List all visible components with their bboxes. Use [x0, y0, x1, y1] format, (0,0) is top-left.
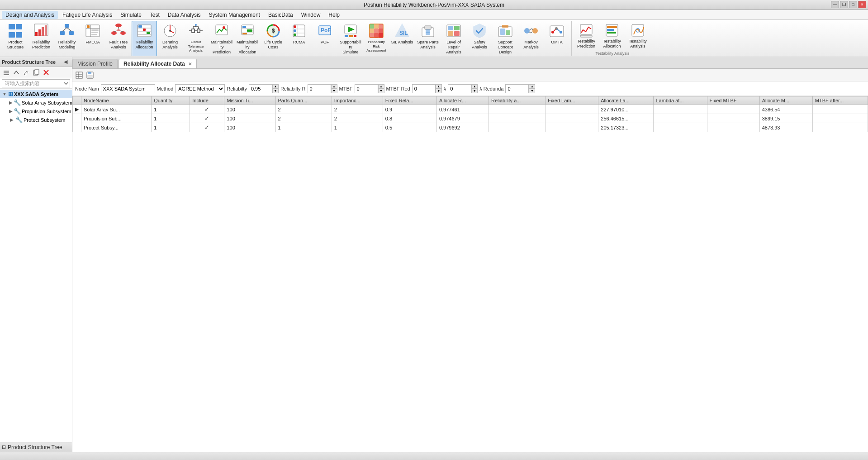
reliability-r-input[interactable] [308, 84, 331, 93]
sidebar-edit-button[interactable] [22, 68, 31, 77]
maintainability-prediction-button[interactable]: MaintainabilityPrediction [209, 21, 234, 56]
mtbf-spin-down[interactable]: ▼ [378, 89, 384, 93]
cell-include-protect[interactable]: ✓ [190, 123, 224, 132]
reliability-r-spin-up[interactable]: ▲ [331, 84, 337, 89]
menu-fatigue-life[interactable]: Fatigue Life Analysis [59, 11, 116, 19]
safety-analysis-button[interactable]: SafetyAnalysis [467, 21, 492, 56]
col-fixed-mtbf[interactable]: Fixed MTBF [707, 96, 759, 105]
restore-button[interactable]: ❐ [840, 1, 848, 8]
sil-analysis-button[interactable]: SIL SIL Analysis [389, 21, 415, 56]
col-mtbf-after[interactable]: MTBF after... [812, 96, 868, 105]
reliability-prediction-button[interactable]: ReliabilityPrediction [28, 21, 54, 56]
tab-reliability-allocate-close-button[interactable]: ✕ [188, 62, 192, 67]
pof-button[interactable]: PoF POF [312, 21, 337, 56]
table-view-button[interactable] [74, 70, 84, 80]
testability-prediction-button[interactable]: TestabilityPrediction [574, 21, 599, 56]
sidebar-delete-button[interactable] [42, 68, 51, 77]
reliability-spin-down[interactable]: ▼ [272, 89, 279, 93]
support-concept-button[interactable]: SupportConcept Design [493, 21, 518, 56]
tab-reliability-allocate-data[interactable]: Reliability Allocate Data ✕ [119, 59, 197, 68]
close-button[interactable]: ✕ [858, 1, 866, 8]
sidebar-expand-all-button[interactable] [2, 68, 11, 77]
tree-expand-propulsion[interactable]: ▶ [9, 109, 13, 114]
col-allocate-m[interactable]: Allocate M... [759, 96, 812, 105]
tree-expand-solar[interactable]: ▶ [9, 100, 13, 105]
markov-button[interactable]: MarkovAnalysis [518, 21, 544, 56]
lambda-redunda-input[interactable] [505, 84, 529, 93]
sidebar-pin-button[interactable]: ◀ [61, 58, 70, 67]
fmeca-button[interactable]: FMECA [80, 21, 105, 56]
table-row[interactable]: Protect Subsy... 1 ✓ 100 1 1 0.5 0.97969… [73, 123, 868, 132]
sidebar-copy-button[interactable] [32, 68, 41, 77]
col-allocate-la[interactable]: Allocate La... [598, 96, 654, 105]
mtbf-red-spin-down[interactable]: ▼ [436, 89, 442, 93]
tree-node-protect[interactable]: ▶ 🔧 Protect Subsystem [0, 115, 72, 124]
row-expand-propulsion[interactable] [73, 114, 81, 123]
mtbf-red-input[interactable] [412, 84, 436, 93]
derating-button[interactable]: DeratingAnalysis [157, 21, 183, 56]
lambda-spin-down[interactable]: ▼ [471, 89, 478, 93]
reliability-spin-up[interactable]: ▲ [272, 84, 279, 89]
cell-include-propulsion[interactable]: ✓ [190, 114, 224, 123]
circuit-tolerance-button[interactable]: Circuit ToleranceAnalysis [183, 21, 209, 56]
testability-analysis-button[interactable]: TestabilityAnalysis [625, 21, 650, 56]
tree-expand-xxx-sada[interactable]: ▼ [2, 91, 7, 96]
life-cycle-costs-button[interactable]: $ Life CycleCosts [261, 21, 286, 56]
fault-tree-button[interactable]: Fault TreeAnalysis [106, 21, 131, 56]
tree-node-xxx-sada[interactable]: ▼ ⊞ XXX SADA System [0, 90, 72, 98]
reliability-modeling-button[interactable]: ReliabilityModeling [54, 21, 80, 56]
menu-basicdata[interactable]: BasicData [265, 11, 297, 19]
tree-node-solar-array[interactable]: ▶ 🔧 Solar Array Subsystem [0, 98, 72, 107]
method-select[interactable]: AGREE Method [175, 84, 225, 93]
row-expand-solar[interactable]: ▶ [73, 105, 81, 114]
sidebar-search-select[interactable]: 请输入搜索内容 [2, 79, 70, 87]
menu-system-management[interactable]: System Management [205, 11, 264, 19]
col-fixed-lam[interactable]: Fixed Lam... [545, 96, 598, 105]
rcma-button[interactable]: RCMA [286, 21, 312, 56]
lambda-redunda-spin-down[interactable]: ▼ [529, 89, 535, 93]
menu-test[interactable]: Test [146, 11, 163, 19]
node-name-input[interactable] [101, 84, 155, 93]
col-node-name[interactable]: NodeName [81, 96, 152, 105]
col-lambda-af[interactable]: Lambda af... [654, 96, 707, 105]
testability-allocation-button[interactable]: TestabilityAllocation [599, 21, 625, 56]
col-importance[interactable]: Importanc... [332, 96, 383, 105]
table-row[interactable]: ▶ Solar Array Su... 1 ✓ 100 2 2 0.9 0.97… [73, 105, 868, 114]
menu-simulate[interactable]: Simulate [117, 11, 145, 19]
level-repair-button[interactable]: Level of RepairAnalysis [441, 21, 466, 56]
menu-design-analysis[interactable]: Design and Analysis [2, 11, 58, 19]
supportability-simulate-button[interactable]: SupportabilitySimulate [338, 21, 363, 56]
tab-mission-profile[interactable]: Mission Profile [72, 59, 118, 68]
cell-include-solar[interactable]: ✓ [190, 105, 224, 114]
menu-data-analysis[interactable]: Data Analysis [164, 11, 204, 19]
product-structure-button[interactable]: ProductStructure [3, 21, 28, 56]
reliability-r-spin-down[interactable]: ▼ [331, 89, 337, 93]
lambda-redunda-spin-up[interactable]: ▲ [529, 84, 535, 89]
col-mission-time[interactable]: Mission Ti... [224, 96, 275, 105]
col-include[interactable]: Include [190, 96, 224, 105]
tree-node-propulsion[interactable]: ▶ 🔧 Propulsion Subsystem [0, 107, 72, 115]
menu-window[interactable]: Window [298, 11, 324, 19]
sidebar-collapse-all-button[interactable] [12, 68, 21, 77]
row-expand-protect[interactable] [73, 123, 81, 132]
omta-button[interactable]: OMTA [544, 21, 569, 56]
probability-risk-button[interactable]: ProbabilityRisk Assessment [364, 21, 389, 56]
col-parts-quantity[interactable]: Parts Quan... [275, 96, 332, 105]
menu-help[interactable]: Help [325, 11, 343, 19]
col-allocate-r[interactable]: Allocate R... [436, 96, 489, 105]
mtbf-input[interactable] [355, 84, 378, 93]
col-fixed-rela[interactable]: Fixed Rela... [383, 96, 436, 105]
table-row[interactable]: Propulsion Sub... 1 ✓ 100 2 2 0.8 0.9746… [73, 114, 868, 123]
lambda-input[interactable] [448, 84, 471, 93]
mtbf-red-spin-up[interactable]: ▲ [436, 84, 442, 89]
maximize-button[interactable]: □ [849, 1, 857, 8]
lambda-spin-up[interactable]: ▲ [471, 84, 478, 89]
mtbf-spin-up[interactable]: ▲ [378, 84, 384, 89]
col-quantity[interactable]: Quantity [152, 96, 190, 105]
spare-parts-button[interactable]: Spare PartsAnalysis [415, 21, 441, 56]
tree-expand-protect[interactable]: ▶ [9, 117, 14, 122]
minimize-button[interactable]: — [831, 1, 839, 8]
reliability-allocation-button[interactable]: ReliabilityAllocation [132, 21, 157, 56]
save-button[interactable] [85, 70, 95, 80]
col-reliability-a[interactable]: Reliability a... [489, 96, 545, 105]
